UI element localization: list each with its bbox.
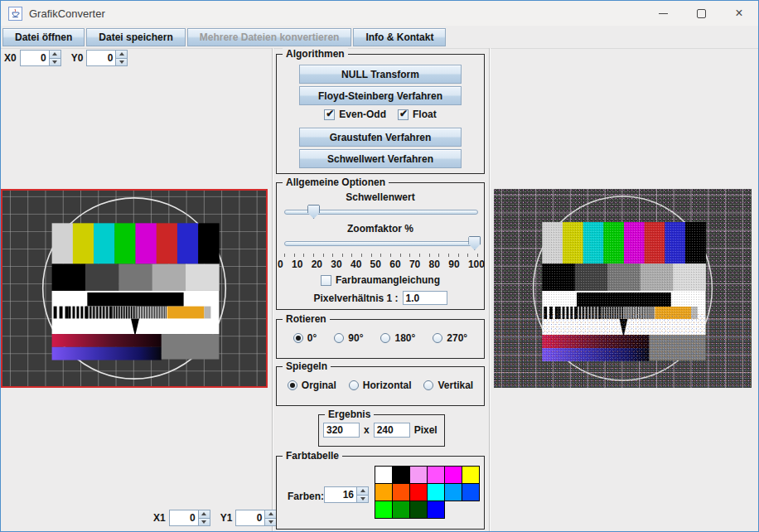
- spin-down-button[interactable]: [357, 496, 368, 503]
- palette-color-swatch[interactable]: [392, 501, 410, 519]
- spin-down-button[interactable]: [116, 59, 127, 66]
- y1-value[interactable]: 0: [235, 510, 265, 526]
- pixel-ratio-field[interactable]: 1.0: [403, 291, 447, 305]
- app-window: GrafikConverter × Datei öffnenDatei spei…: [0, 0, 759, 532]
- tick-mark: [467, 254, 468, 257]
- mirror-option-vertikal[interactable]: Vertikal: [423, 380, 473, 391]
- palette-row: [375, 483, 480, 501]
- palette-color-swatch[interactable]: [409, 501, 428, 519]
- x0-spinner[interactable]: 0: [20, 50, 61, 66]
- floyd-steinberg-button[interactable]: Floyd-Steinberg Verfahren: [299, 86, 462, 105]
- converted-image-preview: [494, 189, 752, 388]
- rotate-option-0[interactable]: 0°: [293, 332, 317, 344]
- x0-value[interactable]: 0: [20, 50, 50, 66]
- result-width-field[interactable]: 320: [323, 423, 360, 438]
- threshold-slider-label: Schwellenwert: [277, 191, 484, 203]
- tick-mark: [351, 254, 352, 257]
- palette-color-swatch[interactable]: [392, 483, 410, 501]
- tick-mark: [438, 254, 439, 257]
- result-size-row: 320 x 240 Pixel: [323, 423, 438, 438]
- even-odd-label: Even-Odd: [339, 109, 386, 120]
- radio-icon: [380, 333, 390, 343]
- colors-count-value[interactable]: 16: [324, 486, 357, 503]
- radio-label: 180°: [394, 332, 415, 344]
- null-transform-button[interactable]: NULL Transform: [299, 65, 462, 84]
- maximize-button[interactable]: [682, 1, 720, 26]
- threshold-method-button[interactable]: Schwellwert Verfahren: [299, 149, 462, 168]
- mirror-option-orginal[interactable]: Orginal: [288, 380, 336, 391]
- rotate-option-90[interactable]: 90°: [334, 332, 363, 344]
- spin-up-button[interactable]: [50, 51, 60, 59]
- palette-color-swatch[interactable]: [375, 466, 393, 484]
- result-panel: Ergebnis 320 x 240 Pixel: [318, 414, 445, 447]
- spin-up-button[interactable]: [116, 51, 127, 59]
- tick-mark: [477, 254, 478, 257]
- spin-up-button[interactable]: [357, 487, 368, 496]
- toolbar-button-info-kontakt[interactable]: Info & Kontakt: [353, 28, 446, 46]
- float-checkbox-item[interactable]: Float: [398, 109, 437, 120]
- toolbar-button-datei-ffnen[interactable]: Datei öffnen: [2, 28, 85, 46]
- tick-label: 20: [312, 259, 322, 270]
- arrow-up-icon: [360, 489, 365, 492]
- minimize-button[interactable]: [644, 1, 682, 26]
- palette-color-swatch[interactable]: [427, 483, 445, 501]
- palette-color-swatch[interactable]: [462, 466, 480, 484]
- mirror-radio-group: OrginalHorizontalVertikal: [277, 380, 484, 391]
- arrow-down-icon: [360, 497, 365, 501]
- slider-track[interactable]: [284, 241, 478, 246]
- mirror-option-horizontal[interactable]: Horizontal: [349, 380, 412, 391]
- window-controls: ×: [644, 1, 758, 26]
- rotate-option-180[interactable]: 180°: [380, 332, 415, 344]
- end-coordinates-row: X1 0 Y1 0: [153, 510, 277, 526]
- y1-spinner[interactable]: 0: [235, 510, 277, 526]
- close-button[interactable]: ×: [720, 1, 758, 26]
- palette-color-swatch[interactable]: [444, 466, 462, 484]
- colors-count-spinner[interactable]: 16: [324, 486, 369, 503]
- tick-label: 30: [331, 259, 341, 270]
- palette-color-swatch[interactable]: [444, 483, 462, 501]
- rotate-option-270[interactable]: 270°: [433, 332, 467, 344]
- colorspace-checkbox[interactable]: [321, 275, 331, 286]
- palette-color-swatch[interactable]: [392, 466, 410, 484]
- arrow-up-icon: [52, 52, 57, 56]
- palette-color-swatch[interactable]: [427, 466, 445, 484]
- palette-color-swatch[interactable]: [409, 483, 428, 501]
- colors-count-label: Farben:: [288, 491, 324, 502]
- grayscale-button[interactable]: Graustufen Verfahren: [299, 128, 462, 147]
- palette-color-swatch[interactable]: [462, 483, 480, 501]
- palette-color-swatch[interactable]: [409, 466, 428, 484]
- palette-color-swatch[interactable]: [427, 501, 445, 519]
- zoom-slider-thumb[interactable]: [468, 236, 481, 250]
- source-image-preview[interactable]: [1, 189, 268, 388]
- palette-row: [375, 501, 480, 519]
- zoom-slider[interactable]: [284, 236, 478, 250]
- spin-down-button[interactable]: [199, 519, 210, 526]
- colorspace-checkbox-item[interactable]: Farbraumangleichung: [321, 274, 440, 286]
- tick-label: 0: [278, 259, 283, 270]
- y0-spinner-buttons: [116, 50, 128, 66]
- palette-color-swatch[interactable]: [375, 501, 393, 519]
- tick-mark: [303, 254, 304, 257]
- arrow-down-icon: [201, 520, 206, 524]
- toolbar-button-datei-speichern[interactable]: Datei speichern: [86, 28, 185, 46]
- close-icon: ×: [735, 7, 742, 20]
- spin-up-button[interactable]: [265, 510, 276, 519]
- x1-value[interactable]: 0: [169, 510, 199, 526]
- spin-up-button[interactable]: [199, 510, 210, 519]
- even-odd-checkbox[interactable]: [324, 109, 335, 120]
- x1-spinner[interactable]: 0: [169, 510, 210, 526]
- result-height-field[interactable]: 240: [374, 423, 410, 438]
- y0-value[interactable]: 0: [86, 50, 116, 66]
- even-odd-checkbox-item[interactable]: Even-Odd: [324, 109, 386, 120]
- threshold-slider[interactable]: [284, 205, 478, 219]
- title-bar: GrafikConverter ×: [1, 1, 758, 26]
- tick-mark: [294, 254, 295, 257]
- spin-down-button[interactable]: [50, 59, 60, 66]
- float-checkbox[interactable]: [398, 109, 409, 120]
- spin-down-button[interactable]: [265, 519, 276, 526]
- threshold-slider-thumb[interactable]: [307, 205, 320, 219]
- palette-color-swatch[interactable]: [375, 483, 393, 501]
- tick-mark: [390, 254, 391, 257]
- y1-label: Y1: [220, 512, 233, 524]
- y0-spinner[interactable]: 0: [86, 50, 128, 66]
